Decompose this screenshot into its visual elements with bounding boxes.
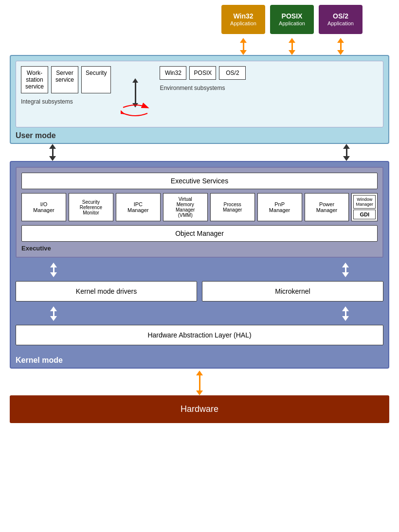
- user-mode-container: Work-stationservice Serverservice Securi…: [10, 55, 389, 144]
- kernel-bottom-row: Kernel mode drivers Microkernel: [16, 281, 383, 301]
- vmm-box: VirtualMemoryManager(VMM): [163, 193, 208, 221]
- security-ref-monitor-box: SecurityReferenceMonitor: [69, 193, 113, 221]
- exec-services-label: Executive Services: [171, 177, 228, 185]
- executive-label: Executive: [21, 245, 378, 252]
- red-arrows-svg: [121, 103, 150, 122]
- win32-app-box: Win32 Application: [221, 5, 265, 34]
- os2-app-box: OS/2 Application: [319, 5, 363, 34]
- server-service-box: Serverservice: [51, 66, 78, 93]
- security-box: Security: [81, 66, 111, 93]
- integral-label: Integral subsystems: [21, 98, 111, 105]
- hal-box: Hardware Abstraction Layer (HAL): [16, 325, 383, 345]
- diagram-wrapper: Win32 Application POSIX Application OS/2…: [10, 5, 389, 423]
- exec-services-box: Executive Services: [21, 173, 378, 189]
- microkernel-label: Microkernel: [275, 287, 310, 295]
- window-manager-box: WindowManager: [353, 195, 376, 209]
- executive-box: Executive Services I/OManager SecurityRe…: [16, 167, 383, 258]
- ipc-manager-box: IPCManager: [116, 193, 161, 221]
- kernel-drivers-label: Kernel mode drivers: [76, 287, 137, 295]
- os2-env-box: OS/2: [219, 66, 246, 80]
- env-subsystems: Win32 POSIX OS/2 Environment subsystems: [160, 66, 378, 122]
- exec-components-row: I/OManager SecurityReferenceMonitor IPCM…: [21, 193, 378, 221]
- user-mode-label: User mode: [16, 131, 56, 140]
- hal-label: Hardware Abstraction Layer (HAL): [147, 331, 251, 339]
- gdi-box: GDI: [353, 210, 376, 219]
- kernel-mode-container: Executive Services I/OManager SecurityRe…: [10, 161, 389, 369]
- env-label: Environment subsystems: [160, 85, 378, 91]
- object-manager-box: Object Manager: [21, 225, 378, 242]
- io-manager-box: I/OManager: [21, 193, 66, 221]
- kernel-drivers-box: Kernel mode drivers: [16, 281, 197, 301]
- posix-app-box: POSIX Application: [270, 5, 314, 34]
- posix-app-name: POSIX: [282, 12, 303, 20]
- user-mode-inner: Work-stationservice Serverservice Securi…: [16, 61, 383, 127]
- hardware-label: Hardware: [181, 404, 218, 414]
- process-manager-box: ProcessManager: [210, 193, 255, 221]
- os2-app-sub: Application: [327, 20, 354, 27]
- hardware-box: Hardware: [10, 395, 389, 423]
- posix-env-box: POSIX: [189, 66, 216, 80]
- microkernel-box: Microkernel: [202, 281, 383, 301]
- kernel-mode-label: Kernel mode: [16, 356, 63, 365]
- win32-app-sub: Application: [230, 20, 256, 27]
- pnp-manager-box: PnPManager: [257, 193, 302, 221]
- object-manager-label: Object Manager: [175, 230, 224, 237]
- posix-app-sub: Application: [279, 20, 305, 27]
- win32-app-name: Win32: [233, 12, 253, 20]
- integral-subsystems: Work-stationservice Serverservice Securi…: [21, 66, 111, 122]
- os2-app-name: OS/2: [333, 12, 348, 20]
- power-manager-box: PowerManager: [305, 193, 349, 221]
- win32-env-box: Win32: [160, 66, 186, 80]
- window-gdi-group: WindowManager GDI: [351, 193, 378, 221]
- workstation-service-box: Work-stationservice: [21, 66, 48, 93]
